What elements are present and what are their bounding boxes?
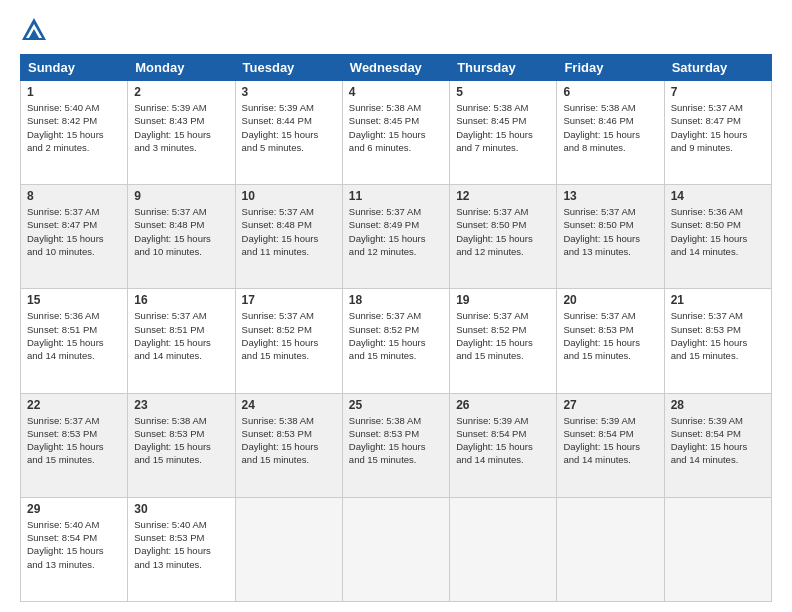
calendar-cell — [235, 497, 342, 601]
day-number: 26 — [456, 398, 550, 412]
day-number: 17 — [242, 293, 336, 307]
weekday-header: Wednesday — [342, 55, 449, 81]
calendar-cell: 29 Sunrise: 5:40 AMSunset: 8:54 PMDaylig… — [21, 497, 128, 601]
day-info: Sunrise: 5:38 AMSunset: 8:53 PMDaylight:… — [134, 415, 211, 466]
calendar-week-row: 22 Sunrise: 5:37 AMSunset: 8:53 PMDaylig… — [21, 393, 772, 497]
day-number: 27 — [563, 398, 657, 412]
calendar-cell: 22 Sunrise: 5:37 AMSunset: 8:53 PMDaylig… — [21, 393, 128, 497]
day-info: Sunrise: 5:37 AMSunset: 8:48 PMDaylight:… — [242, 206, 319, 257]
calendar-cell: 20 Sunrise: 5:37 AMSunset: 8:53 PMDaylig… — [557, 289, 664, 393]
day-info: Sunrise: 5:38 AMSunset: 8:53 PMDaylight:… — [349, 415, 426, 466]
calendar-cell — [342, 497, 449, 601]
calendar-cell: 16 Sunrise: 5:37 AMSunset: 8:51 PMDaylig… — [128, 289, 235, 393]
day-number: 6 — [563, 85, 657, 99]
weekday-header: Monday — [128, 55, 235, 81]
day-number: 22 — [27, 398, 121, 412]
calendar-cell: 19 Sunrise: 5:37 AMSunset: 8:52 PMDaylig… — [450, 289, 557, 393]
day-number: 3 — [242, 85, 336, 99]
calendar-week-row: 8 Sunrise: 5:37 AMSunset: 8:47 PMDayligh… — [21, 185, 772, 289]
calendar-week-row: 15 Sunrise: 5:36 AMSunset: 8:51 PMDaylig… — [21, 289, 772, 393]
day-number: 25 — [349, 398, 443, 412]
calendar-cell: 27 Sunrise: 5:39 AMSunset: 8:54 PMDaylig… — [557, 393, 664, 497]
day-number: 9 — [134, 189, 228, 203]
day-number: 23 — [134, 398, 228, 412]
calendar-cell: 13 Sunrise: 5:37 AMSunset: 8:50 PMDaylig… — [557, 185, 664, 289]
calendar-cell: 15 Sunrise: 5:36 AMSunset: 8:51 PMDaylig… — [21, 289, 128, 393]
day-number: 29 — [27, 502, 121, 516]
calendar-cell: 24 Sunrise: 5:38 AMSunset: 8:53 PMDaylig… — [235, 393, 342, 497]
day-number: 4 — [349, 85, 443, 99]
day-number: 2 — [134, 85, 228, 99]
day-info: Sunrise: 5:40 AMSunset: 8:54 PMDaylight:… — [27, 519, 104, 570]
day-info: Sunrise: 5:40 AMSunset: 8:42 PMDaylight:… — [27, 102, 104, 153]
day-info: Sunrise: 5:37 AMSunset: 8:48 PMDaylight:… — [134, 206, 211, 257]
calendar-cell: 28 Sunrise: 5:39 AMSunset: 8:54 PMDaylig… — [664, 393, 771, 497]
calendar-cell: 1 Sunrise: 5:40 AMSunset: 8:42 PMDayligh… — [21, 81, 128, 185]
day-number: 16 — [134, 293, 228, 307]
calendar-cell: 5 Sunrise: 5:38 AMSunset: 8:45 PMDayligh… — [450, 81, 557, 185]
calendar-cell: 21 Sunrise: 5:37 AMSunset: 8:53 PMDaylig… — [664, 289, 771, 393]
day-info: Sunrise: 5:36 AMSunset: 8:51 PMDaylight:… — [27, 310, 104, 361]
calendar-week-row: 1 Sunrise: 5:40 AMSunset: 8:42 PMDayligh… — [21, 81, 772, 185]
calendar-cell: 8 Sunrise: 5:37 AMSunset: 8:47 PMDayligh… — [21, 185, 128, 289]
weekday-header: Friday — [557, 55, 664, 81]
day-number: 10 — [242, 189, 336, 203]
day-info: Sunrise: 5:38 AMSunset: 8:45 PMDaylight:… — [456, 102, 533, 153]
day-number: 18 — [349, 293, 443, 307]
day-info: Sunrise: 5:39 AMSunset: 8:54 PMDaylight:… — [563, 415, 640, 466]
day-number: 12 — [456, 189, 550, 203]
day-info: Sunrise: 5:37 AMSunset: 8:50 PMDaylight:… — [456, 206, 533, 257]
day-number: 11 — [349, 189, 443, 203]
day-info: Sunrise: 5:38 AMSunset: 8:45 PMDaylight:… — [349, 102, 426, 153]
day-info: Sunrise: 5:37 AMSunset: 8:47 PMDaylight:… — [671, 102, 748, 153]
day-info: Sunrise: 5:37 AMSunset: 8:52 PMDaylight:… — [349, 310, 426, 361]
weekday-header: Saturday — [664, 55, 771, 81]
day-info: Sunrise: 5:37 AMSunset: 8:53 PMDaylight:… — [671, 310, 748, 361]
calendar-cell: 14 Sunrise: 5:36 AMSunset: 8:50 PMDaylig… — [664, 185, 771, 289]
calendar-cell — [557, 497, 664, 601]
day-info: Sunrise: 5:37 AMSunset: 8:53 PMDaylight:… — [563, 310, 640, 361]
calendar-cell: 9 Sunrise: 5:37 AMSunset: 8:48 PMDayligh… — [128, 185, 235, 289]
weekday-header: Tuesday — [235, 55, 342, 81]
day-info: Sunrise: 5:39 AMSunset: 8:54 PMDaylight:… — [671, 415, 748, 466]
day-number: 14 — [671, 189, 765, 203]
header — [20, 16, 772, 44]
day-number: 7 — [671, 85, 765, 99]
calendar-cell: 30 Sunrise: 5:40 AMSunset: 8:53 PMDaylig… — [128, 497, 235, 601]
day-number: 20 — [563, 293, 657, 307]
calendar-cell: 7 Sunrise: 5:37 AMSunset: 8:47 PMDayligh… — [664, 81, 771, 185]
day-number: 15 — [27, 293, 121, 307]
day-number: 1 — [27, 85, 121, 99]
day-info: Sunrise: 5:36 AMSunset: 8:50 PMDaylight:… — [671, 206, 748, 257]
day-number: 19 — [456, 293, 550, 307]
calendar-cell: 3 Sunrise: 5:39 AMSunset: 8:44 PMDayligh… — [235, 81, 342, 185]
calendar-cell: 26 Sunrise: 5:39 AMSunset: 8:54 PMDaylig… — [450, 393, 557, 497]
calendar-cell: 23 Sunrise: 5:38 AMSunset: 8:53 PMDaylig… — [128, 393, 235, 497]
day-info: Sunrise: 5:37 AMSunset: 8:53 PMDaylight:… — [27, 415, 104, 466]
calendar-cell: 4 Sunrise: 5:38 AMSunset: 8:45 PMDayligh… — [342, 81, 449, 185]
calendar-cell: 25 Sunrise: 5:38 AMSunset: 8:53 PMDaylig… — [342, 393, 449, 497]
weekday-header: Sunday — [21, 55, 128, 81]
calendar-cell: 12 Sunrise: 5:37 AMSunset: 8:50 PMDaylig… — [450, 185, 557, 289]
day-info: Sunrise: 5:37 AMSunset: 8:49 PMDaylight:… — [349, 206, 426, 257]
day-info: Sunrise: 5:39 AMSunset: 8:43 PMDaylight:… — [134, 102, 211, 153]
day-info: Sunrise: 5:38 AMSunset: 8:46 PMDaylight:… — [563, 102, 640, 153]
day-number: 30 — [134, 502, 228, 516]
logo-icon — [20, 16, 48, 44]
calendar-cell — [664, 497, 771, 601]
calendar-table: SundayMondayTuesdayWednesdayThursdayFrid… — [20, 54, 772, 602]
day-number: 28 — [671, 398, 765, 412]
day-info: Sunrise: 5:39 AMSunset: 8:54 PMDaylight:… — [456, 415, 533, 466]
calendar-cell: 10 Sunrise: 5:37 AMSunset: 8:48 PMDaylig… — [235, 185, 342, 289]
weekday-header: Thursday — [450, 55, 557, 81]
day-info: Sunrise: 5:37 AMSunset: 8:52 PMDaylight:… — [456, 310, 533, 361]
page: SundayMondayTuesdayWednesdayThursdayFrid… — [0, 0, 792, 612]
day-number: 5 — [456, 85, 550, 99]
day-number: 24 — [242, 398, 336, 412]
day-info: Sunrise: 5:37 AMSunset: 8:47 PMDaylight:… — [27, 206, 104, 257]
day-info: Sunrise: 5:37 AMSunset: 8:50 PMDaylight:… — [563, 206, 640, 257]
calendar-cell: 18 Sunrise: 5:37 AMSunset: 8:52 PMDaylig… — [342, 289, 449, 393]
day-number: 21 — [671, 293, 765, 307]
calendar-cell: 2 Sunrise: 5:39 AMSunset: 8:43 PMDayligh… — [128, 81, 235, 185]
day-info: Sunrise: 5:37 AMSunset: 8:52 PMDaylight:… — [242, 310, 319, 361]
